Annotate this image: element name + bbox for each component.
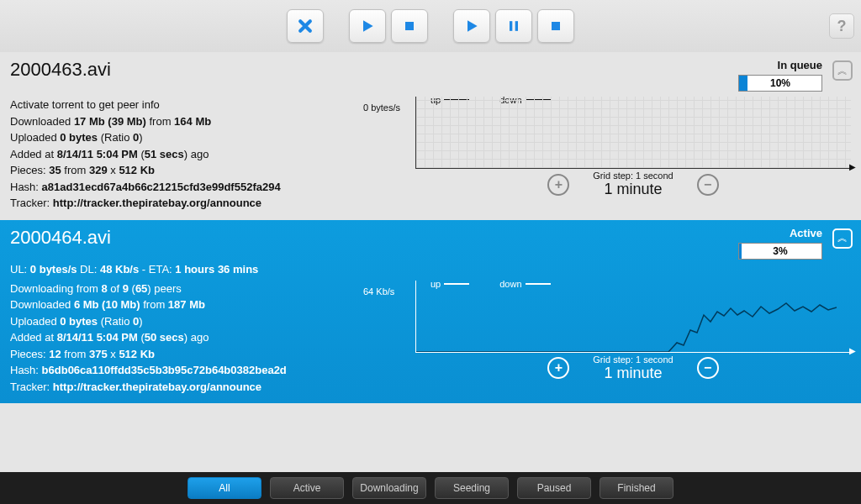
filter-downloading[interactable]: Downloading: [352, 477, 426, 499]
status-label: In queue: [738, 59, 822, 71]
progress-text: 10%: [770, 77, 790, 89]
svg-rect-1: [510, 21, 512, 31]
progress-text: 3%: [773, 245, 787, 257]
help-button[interactable]: ?: [829, 13, 854, 39]
stop-all-button[interactable]: [537, 9, 574, 43]
svg-rect-0: [405, 22, 414, 30]
pause-all-button[interactable]: [495, 9, 532, 43]
filter-all[interactable]: All: [188, 477, 261, 499]
play-all-button[interactable]: [453, 9, 490, 43]
torrent-row[interactable]: ︽ 2000463.avi In queue 10% Activate torr…: [0, 52, 861, 220]
torrent-info: Activate torrent to get peer info Downlo…: [10, 97, 346, 212]
peer-info-line: Activate torrent to get peer info: [10, 97, 346, 113]
svg-rect-3: [552, 22, 560, 30]
collapse-button[interactable]: ︽: [832, 228, 853, 249]
zoom-out-button[interactable]: −: [697, 174, 719, 196]
remove-button[interactable]: [287, 9, 324, 43]
rate-line: UL: 0 bytes/s DL: 48 Kb/s - ETA: 1 hours…: [10, 263, 851, 276]
progress-bar: 3%: [738, 243, 822, 260]
svg-rect-2: [515, 21, 518, 31]
rate-axis-label: 64 Kb/s: [363, 286, 394, 297]
filter-paused[interactable]: Paused: [517, 477, 591, 499]
rate-graph: up down 64 Kb/s ▶ + Grid step: 1 second …: [363, 281, 851, 396]
torrent-filename: 2000464.avi: [10, 227, 111, 249]
graph-time-display: Grid step: 1 second 1 minute: [593, 171, 673, 198]
graph-time-display: Grid step: 1 second 1 minute: [593, 354, 673, 382]
filter-bar: All Active Downloading Seeding Paused Fi…: [0, 472, 861, 504]
filter-active[interactable]: Active: [270, 477, 344, 499]
zoom-in-button[interactable]: +: [547, 357, 569, 379]
filter-finished[interactable]: Finished: [600, 477, 673, 499]
play-button[interactable]: [349, 9, 386, 43]
rate-axis-label: 0 bytes/s: [363, 102, 400, 113]
zoom-in-button[interactable]: +: [547, 174, 569, 196]
progress-bar: 10%: [738, 75, 822, 92]
torrent-info: Downloading from 8 of 9 (65) peers Downl…: [10, 281, 346, 396]
torrent-filename: 2000463.avi: [10, 59, 111, 81]
zoom-out-button[interactable]: −: [697, 357, 719, 379]
torrent-row[interactable]: ︽ 2000464.avi Active 3% UL: 0 bytes/s DL…: [0, 220, 861, 404]
stop-button[interactable]: [391, 9, 428, 43]
status-label: Active: [738, 227, 822, 239]
rate-graph: up down 0 bytes/s ▶ + Grid step: 1 secon…: [363, 97, 851, 212]
download-sparkline: [416, 280, 837, 352]
filter-seeding[interactable]: Seeding: [435, 477, 509, 499]
collapse-button[interactable]: ︽: [832, 60, 853, 81]
main-toolbar: ?: [0, 0, 861, 52]
